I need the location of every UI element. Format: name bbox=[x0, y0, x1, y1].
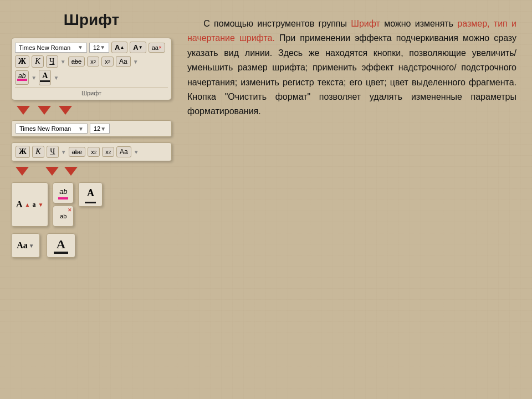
page-title: Шрифт bbox=[11, 11, 172, 29]
font-name-value: Times New Roman bbox=[19, 44, 70, 51]
superscript-button[interactable]: x2 bbox=[101, 57, 114, 66]
arrow-2 bbox=[38, 106, 51, 115]
font-color-bar bbox=[40, 80, 50, 82]
clear-format-button[interactable]: aa✕ bbox=[149, 43, 165, 53]
bottom-row-icons: Aa ▼ А bbox=[11, 233, 172, 258]
bold-button[interactable]: Ж bbox=[15, 55, 29, 68]
shrink-font-sup: ▼ bbox=[38, 202, 43, 208]
mini-toolbar: Times New Roman ▼ 12 ▼ bbox=[11, 120, 172, 137]
arrows-row-2b bbox=[45, 167, 78, 176]
shrink-font-icon[interactable]: a bbox=[32, 201, 35, 209]
toolbar-label: Шрифт bbox=[15, 88, 168, 96]
grow-font-button[interactable]: A▲ bbox=[111, 42, 127, 53]
font-color-big-box[interactable]: А bbox=[47, 233, 75, 258]
font-size-group-box: A ▲ a ▼ bbox=[11, 182, 48, 227]
right-panel: С помощью инструментов группы Шрифт можн… bbox=[183, 11, 521, 388]
bold-button-2[interactable]: Ж bbox=[16, 146, 30, 158]
underline-button-2[interactable]: Ч bbox=[47, 146, 59, 158]
shrink-font-button[interactable]: A▼ bbox=[130, 42, 146, 53]
change-case-button-2[interactable]: Aa bbox=[116, 146, 131, 157]
mini-font-name-dropdown[interactable]: Times New Roman ▼ bbox=[16, 124, 88, 134]
mini-font-size-dropdown-arrow: ▼ bbox=[100, 126, 106, 132]
mini-font-name-value: Times New Roman bbox=[19, 125, 71, 132]
change-case-box[interactable]: Aa ▼ bbox=[11, 233, 40, 258]
clear-format-icon: ab bbox=[60, 213, 66, 219]
toolbar-row-3: ab ▼ A ▼ bbox=[15, 70, 168, 85]
highlight-color-bar bbox=[17, 79, 27, 81]
body-text: С помощью инструментов группы Шрифт можн… bbox=[187, 17, 516, 119]
change-case-icon: Aa bbox=[17, 241, 28, 250]
italic-button-2[interactable]: К bbox=[32, 146, 44, 158]
arrow-5 bbox=[45, 167, 59, 176]
left-panel: Шрифт Times New Roman ▼ 12 ▼ A▲ A▼ aa✕ Ж… bbox=[11, 11, 172, 388]
highlight-group: ab ab ✕ bbox=[53, 182, 74, 227]
change-case-dropdown-icon: ▼ bbox=[29, 243, 34, 249]
italic-button[interactable]: К bbox=[32, 55, 44, 68]
subscript-button-2[interactable]: x2 bbox=[88, 147, 100, 157]
superscript-button-2[interactable]: x2 bbox=[102, 147, 114, 157]
arrow-6 bbox=[64, 167, 78, 176]
highlight-color-button[interactable]: ab bbox=[15, 70, 29, 85]
grow-font-sup: ▲ bbox=[25, 202, 30, 208]
bottom-icons-section: A ▲ a ▼ ab ab ✕ А bbox=[11, 182, 172, 227]
strikethrough-button[interactable]: abe bbox=[68, 57, 85, 66]
font-size-value: 12 bbox=[93, 44, 100, 51]
format-buttons-row: Ж К Ч ▼ abe x2 x2 Aa ▼ bbox=[11, 142, 172, 161]
highlight-icon: ab bbox=[59, 187, 67, 196]
font-size-dropdown-arrow: ▼ bbox=[100, 44, 105, 50]
arrows-row-2 bbox=[11, 167, 172, 176]
mini-font-dropdown-arrow: ▼ bbox=[78, 126, 84, 132]
arrows-row-1 bbox=[11, 106, 172, 115]
mini-font-size-value: 12 bbox=[94, 125, 100, 132]
mini-font-size-dropdown[interactable]: 12 ▼ bbox=[90, 124, 110, 134]
font-color-underline-icon bbox=[85, 202, 96, 203]
font-size-dropdown[interactable]: 12 ▼ bbox=[89, 43, 109, 53]
font-color-group: А bbox=[78, 182, 103, 227]
main-toolbar: Times New Roman ▼ 12 ▼ A▲ A▼ aa✕ Ж К Ч ▼… bbox=[11, 38, 172, 100]
arrow-4 bbox=[16, 167, 29, 176]
toolbar-row-2: Ж К Ч ▼ abe x2 x2 Aa ▼ bbox=[15, 55, 168, 68]
font-color-letter-icon: А bbox=[87, 187, 94, 199]
toolbar-row-1: Times New Roman ▼ 12 ▼ A▲ A▼ aa✕ bbox=[15, 42, 168, 53]
font-color-box[interactable]: А bbox=[78, 182, 103, 207]
clear-format-x-icon: ✕ bbox=[68, 207, 72, 213]
arrow-1 bbox=[17, 106, 30, 115]
font-name-dropdown[interactable]: Times New Roman ▼ bbox=[15, 43, 87, 53]
font-name-dropdown-arrow: ▼ bbox=[78, 44, 83, 50]
font-color-big-icon: А bbox=[57, 237, 65, 252]
strikethrough-button-2[interactable]: abe bbox=[69, 147, 85, 157]
font-color-big-bar-icon bbox=[54, 252, 68, 254]
subscript-button[interactable]: x2 bbox=[87, 57, 99, 66]
highlight-font: Шрифт bbox=[351, 19, 380, 28]
highlight-button-box[interactable]: ab bbox=[53, 182, 74, 203]
grow-font-icon[interactable]: A bbox=[16, 200, 23, 209]
arrow-3 bbox=[59, 106, 72, 115]
underline-button[interactable]: Ч bbox=[46, 55, 58, 68]
font-color-button[interactable]: A bbox=[39, 70, 51, 85]
change-case-button[interactable]: Aa bbox=[116, 56, 131, 67]
highlight-bar-icon bbox=[58, 197, 68, 200]
clear-format-box[interactable]: ab ✕ bbox=[53, 206, 74, 227]
